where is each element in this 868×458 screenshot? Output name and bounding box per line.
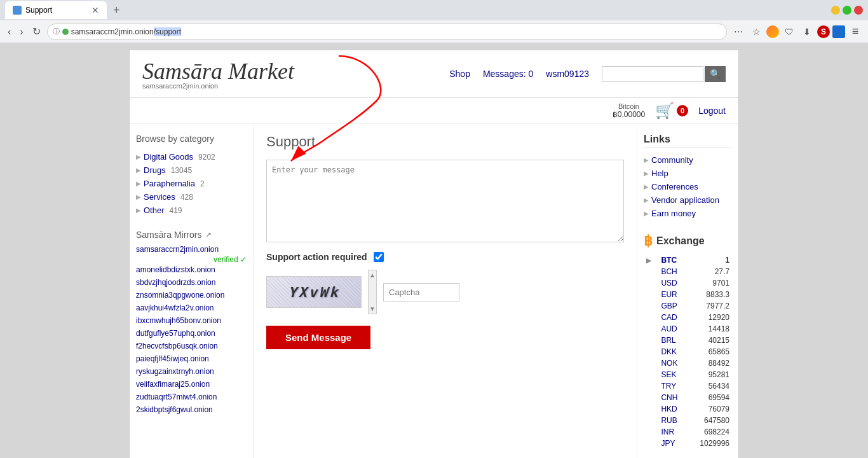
exchange-rate: 12920 xyxy=(687,312,732,323)
currency-label: EUR xyxy=(658,289,686,300)
conferences-link[interactable]: Conferences xyxy=(651,182,698,191)
category-list: ▶ Digital Goods 9202 ▶ Drugs 13045 ▶ Par… xyxy=(136,150,247,217)
table-row: RUB647580 xyxy=(644,415,732,426)
extensions-icon[interactable]: ⋯ xyxy=(731,24,746,39)
category-link-drugs[interactable]: Drugs xyxy=(144,165,166,175)
table-row: BRL40215 xyxy=(644,335,732,346)
exchange-rate: 27.7 xyxy=(687,266,732,277)
table-row: GBP7977.2 xyxy=(644,300,732,312)
category-count: 13045 xyxy=(171,166,192,175)
list-item: ▶ Vendor application xyxy=(644,193,732,207)
table-row: USD9701 xyxy=(644,277,732,289)
mirror-link[interactable]: f2hecvcfsbp6usqk.onion xyxy=(136,342,247,350)
forward-button[interactable]: › xyxy=(17,24,25,40)
mirror-link[interactable]: amonelidbdizstxk.onion xyxy=(136,265,247,274)
reload-button[interactable]: ↻ xyxy=(30,23,43,40)
cart-icon: 🛒 xyxy=(655,102,674,120)
bullet-icon: ▶ xyxy=(136,207,141,214)
list-item: ▶ Earn money xyxy=(644,207,732,220)
currency-label: SEK xyxy=(658,369,686,380)
tab-title: Support xyxy=(25,6,52,15)
search-button[interactable]: 🔍 xyxy=(705,66,726,82)
send-message-button[interactable]: Send Message xyxy=(266,326,370,349)
list-item: ▶ Community xyxy=(644,153,732,167)
mirror-link[interactable]: dutfguflye57uphq.onion xyxy=(136,329,247,338)
mirror-link[interactable]: zudtuaqrt57miwt4.onion xyxy=(136,392,247,401)
captcha-input[interactable] xyxy=(383,283,459,302)
list-item: veiifaxfimaraj25.onion xyxy=(136,378,247,391)
download-icon[interactable]: ⬇ xyxy=(799,24,815,39)
category-link-paraphernalia[interactable]: Paraphernalia xyxy=(144,179,195,188)
list-item: ▶ Other 419 xyxy=(136,204,247,217)
shop-link[interactable]: Shop xyxy=(449,69,470,79)
category-link-other[interactable]: Other xyxy=(144,205,165,215)
mirror-link[interactable]: ryskugzainxtrnyh.onion xyxy=(136,367,247,376)
browser-toolbar: ‹ › ↻ ⓘ samsaraccrn2jmin.onion/support ⋯… xyxy=(0,20,868,43)
mirror-link[interactable]: veiifaxfimaraj25.onion xyxy=(136,380,247,389)
table-row: DKK65865 xyxy=(644,346,732,357)
table-row: INR698224 xyxy=(644,426,732,438)
close-button[interactable] xyxy=(854,6,863,15)
exchange-rate: 7977.2 xyxy=(687,300,732,312)
category-link-digital[interactable]: Digital Goods xyxy=(144,152,193,162)
cart-area[interactable]: 🛒 0 xyxy=(655,102,688,120)
action-checkbox[interactable] xyxy=(374,252,384,262)
browser-tab[interactable]: Support ✕ xyxy=(5,1,107,19)
maximize-button[interactable] xyxy=(843,6,851,15)
tab-favicon xyxy=(13,6,22,15)
username-link[interactable]: wsm09123 xyxy=(546,69,589,79)
page-title: Support xyxy=(266,134,624,150)
captcha-row: YXvWk ▲ ▼ xyxy=(266,270,624,314)
search-input[interactable] xyxy=(602,66,703,82)
exchange-title: Exchange xyxy=(656,235,705,247)
list-item: ryskugzainxtrnyh.onion xyxy=(136,366,247,378)
list-item: 2skidbptsjf6gwul.onion xyxy=(136,404,247,417)
category-link-services[interactable]: Services xyxy=(144,192,175,202)
mirror-link[interactable]: 2skidbptsjf6gwul.onion xyxy=(136,405,247,414)
mirror-link[interactable]: znsomnia3qpgwone.onion xyxy=(136,291,247,300)
new-tab-button[interactable]: + xyxy=(113,4,120,17)
mirror-link[interactable]: ibxcmwhujh65bonv.onion xyxy=(136,316,247,325)
table-row: EUR8833.3 xyxy=(644,289,732,300)
exchange-rate: 76079 xyxy=(687,403,732,415)
mirror-link[interactable]: aavjkhui4wfzla2v.onion xyxy=(136,303,247,312)
table-row: TRY56434 xyxy=(644,380,732,392)
firefox-sync-icon[interactable] xyxy=(832,25,845,38)
exchange-rate: 65865 xyxy=(687,346,732,357)
address-bar[interactable]: ⓘ samsaraccrn2jmin.onion/support xyxy=(47,24,727,40)
exchange-rate: 56434 xyxy=(687,380,732,392)
community-link[interactable]: Community xyxy=(651,155,693,165)
bullet-icon: ▶ xyxy=(136,153,141,160)
links-title: Links xyxy=(644,134,732,148)
list-item: dutfguflye57uphq.onion xyxy=(136,328,247,340)
exchange-rate: 9701 xyxy=(687,277,732,289)
shield-icon[interactable]: 🛡 xyxy=(782,24,797,39)
table-row: JPY1029996 xyxy=(644,438,732,449)
logout-link[interactable]: Logout xyxy=(698,106,726,116)
bookmarks-icon[interactable]: ☆ xyxy=(749,24,764,39)
message-textarea[interactable] xyxy=(266,160,624,242)
table-row: AUD14418 xyxy=(644,323,732,335)
vendor-application-link[interactable]: Vendor application xyxy=(651,195,719,205)
minimize-button[interactable] xyxy=(831,6,840,15)
mirror-link[interactable]: paieqfjlf45iwjeq.onion xyxy=(136,354,247,363)
captcha-text: YXvWk xyxy=(288,284,339,300)
site-url: samsaraccrn2jmin.onion xyxy=(142,82,449,90)
help-link[interactable]: Help xyxy=(651,169,668,178)
back-button[interactable]: ‹ xyxy=(5,24,13,40)
mirror-link[interactable]: sbdvzjhqjoodrzds.onion xyxy=(136,278,247,287)
menu-button[interactable]: ≡ xyxy=(848,24,863,39)
currency-label: NOK xyxy=(658,357,686,369)
bitcoin-symbol: ฿ xyxy=(644,233,653,249)
bullet-icon: ▶ xyxy=(136,180,141,187)
scroll-up-arrow[interactable]: ▲ xyxy=(369,272,376,279)
no-script-icon[interactable]: S xyxy=(817,25,830,38)
earn-money-link[interactable]: Earn money xyxy=(651,209,696,218)
messages-link[interactable]: Messages: 0 xyxy=(483,69,533,79)
list-item: ▶ Services 428 xyxy=(136,190,247,204)
scroll-down-arrow[interactable]: ▼ xyxy=(369,305,376,312)
category-count: 428 xyxy=(180,193,193,202)
tab-close-button[interactable]: ✕ xyxy=(92,5,99,15)
currency-label: USD xyxy=(658,277,686,289)
mirror-link-primary[interactable]: samsaraccrn2jmin.onion xyxy=(136,245,247,254)
